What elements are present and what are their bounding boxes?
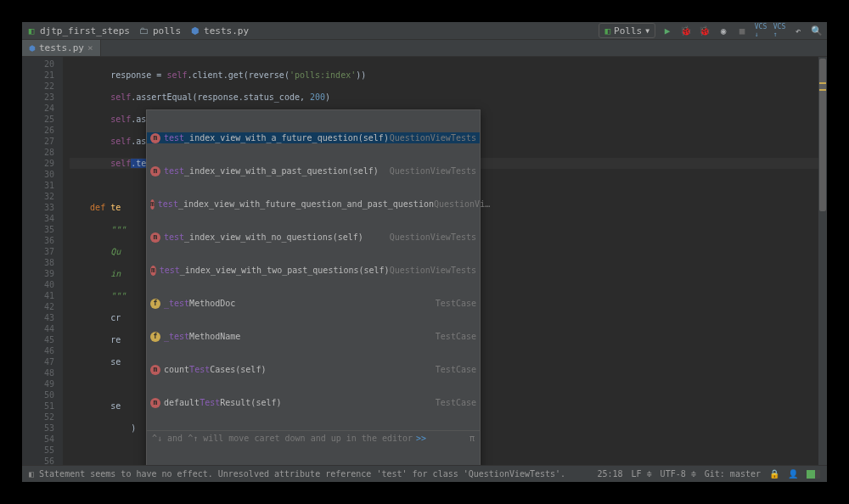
vcs-commit-button[interactable]: VCS↑ bbox=[773, 24, 786, 37]
padlock-icon[interactable]: 🔒 bbox=[769, 469, 779, 479]
warning-stripe[interactable] bbox=[819, 89, 826, 91]
memory-indicator[interactable] bbox=[807, 470, 820, 479]
autocomplete-hint: ^↓ and ^↑ will move caret down and up in… bbox=[147, 430, 480, 445]
breadcrumb-file-label: tests.py bbox=[204, 25, 249, 36]
vcs-update-button[interactable]: VCS↓ bbox=[754, 24, 767, 37]
scrollbar-thumb[interactable] bbox=[819, 59, 826, 211]
vertical-scrollbar[interactable] bbox=[818, 57, 827, 465]
django-project-icon: ◧ bbox=[25, 25, 37, 36]
line-separator[interactable]: LF ≑ bbox=[632, 469, 652, 479]
run-config-label: Polls bbox=[614, 25, 642, 36]
profile-button[interactable]: ◉ bbox=[717, 24, 730, 37]
django-icon: ◧ bbox=[604, 25, 610, 36]
editor-area: 202122232425 262728293031 323334353637 3… bbox=[22, 57, 827, 465]
field-icon: f bbox=[150, 332, 160, 342]
method-icon: m bbox=[150, 133, 160, 143]
run-with-coverage-button[interactable]: 🐞 bbox=[698, 24, 711, 37]
breadcrumb-file[interactable]: ⬢ tests.py bbox=[189, 25, 249, 36]
hector-icon[interactable]: 👤 bbox=[788, 469, 798, 479]
undo-button[interactable]: ↶ bbox=[791, 24, 805, 37]
python-file-icon: ⬢ bbox=[189, 25, 201, 36]
stop-button[interactable]: ■ bbox=[735, 24, 749, 37]
autocomplete-item[interactable]: m test_index_view_with_future_question_a… bbox=[147, 199, 480, 210]
run-button[interactable]: ▶ bbox=[661, 24, 674, 37]
tab-label: tests.py bbox=[39, 42, 84, 53]
method-icon: m bbox=[150, 232, 160, 243]
status-icon: ◧ bbox=[29, 469, 34, 479]
method-icon: m bbox=[150, 398, 160, 408]
breadcrumb-folder[interactable]: 🗀 polls bbox=[138, 25, 181, 36]
navigation-bar: ◧ djtp_first_steps 🗀 polls ⬢ tests.py ◧ … bbox=[22, 22, 827, 40]
autocomplete-item[interactable]: m test_index_view_with_a_future_question… bbox=[147, 132, 480, 143]
autocomplete-item[interactable]: m defaultTestResult(self) TestCase bbox=[147, 397, 480, 408]
breadcrumb-project-label: djtp_first_steps bbox=[40, 25, 130, 36]
code-editor[interactable]: response = self.client.get(reverse('poll… bbox=[63, 57, 827, 465]
python-file-icon: ⬢ bbox=[29, 44, 36, 53]
method-icon: m bbox=[150, 365, 160, 375]
gutter[interactable]: 202122232425 262728293031 323334353637 3… bbox=[22, 57, 63, 465]
debug-button[interactable]: 🐞 bbox=[679, 24, 693, 37]
breadcrumb-folder-label: polls bbox=[153, 25, 181, 36]
close-tab-icon[interactable]: × bbox=[87, 42, 93, 53]
method-icon: m bbox=[150, 266, 156, 276]
file-encoding[interactable]: UTF-8 ≑ bbox=[661, 469, 696, 479]
caret-position[interactable]: 25:18 bbox=[597, 469, 622, 479]
status-message: Statement seems to have no effect. Unres… bbox=[39, 469, 597, 479]
editor-tabs: ⬢ tests.py × bbox=[22, 40, 827, 57]
ide-window: ◧ djtp_first_steps 🗀 polls ⬢ tests.py ◧ … bbox=[22, 22, 827, 482]
method-icon: m bbox=[150, 166, 160, 176]
tab-tests-py[interactable]: ⬢ tests.py × bbox=[22, 40, 101, 56]
breadcrumb-project[interactable]: ◧ djtp_first_steps bbox=[25, 25, 130, 36]
field-icon: f bbox=[150, 299, 160, 309]
dropdown-icon: ▼ bbox=[645, 27, 649, 35]
run-configuration-selector[interactable]: ◧ Polls ▼ bbox=[599, 23, 655, 38]
autocomplete-item[interactable]: m test_index_view_with_two_past_question… bbox=[147, 265, 480, 276]
autocomplete-hint-link[interactable]: >> bbox=[416, 433, 426, 444]
toolbar-right: ◧ Polls ▼ ▶ 🐞 🐞 ◉ ■ VCS↓ VCS↑ ↶ 🔍 bbox=[599, 23, 824, 38]
autocomplete-item[interactable]: m countTestCases(self) TestCase bbox=[147, 364, 480, 375]
autocomplete-item[interactable]: m test_index_view_with_a_past_question(s… bbox=[147, 165, 480, 176]
status-bar: ◧ Statement seems to have no effect. Unr… bbox=[22, 465, 827, 482]
autocomplete-item[interactable]: f _testMethodDoc TestCase bbox=[147, 298, 480, 309]
folder-icon: 🗀 bbox=[138, 25, 150, 36]
warning-stripe[interactable] bbox=[819, 82, 826, 84]
autocomplete-item[interactable]: f _testMethodName TestCase bbox=[147, 331, 480, 342]
method-icon: m bbox=[150, 199, 155, 210]
autocomplete-item[interactable]: m test_index_view_with_no_questions(self… bbox=[147, 232, 480, 243]
autocomplete-popup[interactable]: m test_index_view_with_a_future_question… bbox=[146, 109, 481, 465]
search-button[interactable]: 🔍 bbox=[810, 24, 824, 37]
git-branch[interactable]: Git: master bbox=[705, 469, 761, 479]
